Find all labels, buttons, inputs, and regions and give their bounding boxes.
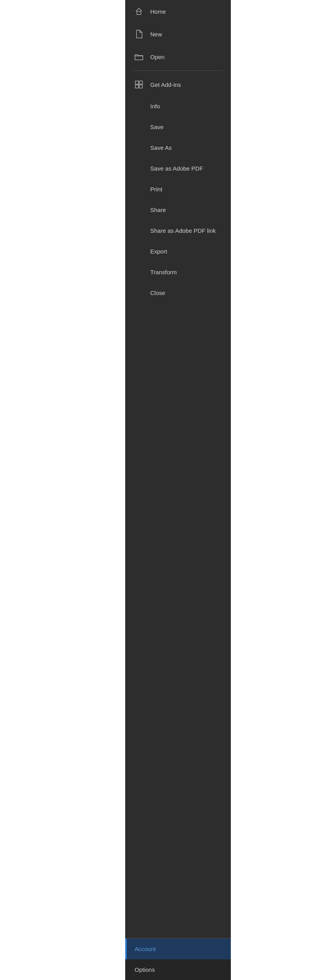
sidebar-item-label: Save (150, 124, 164, 130)
svg-rect-1 (135, 81, 139, 84)
new-icon (135, 30, 143, 38)
sidebar-item-share-pdf-link[interactable]: Share as Adobe PDF link (125, 220, 231, 241)
sidebar-item-label: Info (150, 103, 160, 110)
sidebar-item-save[interactable]: Save (125, 117, 231, 137)
svg-rect-3 (135, 85, 139, 88)
sidebar-item-label: Export (150, 248, 167, 255)
sidebar-item-export[interactable]: Export (125, 241, 231, 262)
sidebar-item-open[interactable]: Open (125, 45, 231, 68)
sidebar-item-label: Print (150, 186, 162, 192)
sidebar-item-label: Home (150, 8, 166, 15)
sidebar-item-share[interactable]: Share (125, 200, 231, 220)
sidebar-item-save-as[interactable]: Save As (125, 137, 231, 158)
sidebar-item-info[interactable]: Info (125, 96, 231, 117)
sidebar-item-account[interactable]: Account (125, 939, 231, 959)
sidebar-item-save-as-pdf[interactable]: Save as Adobe PDF (125, 158, 231, 179)
sidebar-item-label: Share as Adobe PDF link (150, 227, 216, 234)
sidebar-item-options[interactable]: Options (125, 959, 231, 980)
sidebar-item-label: Share (150, 207, 166, 213)
sidebar-item-home[interactable]: Home (125, 0, 231, 23)
home-icon (135, 7, 143, 16)
svg-rect-2 (139, 81, 142, 84)
open-icon (135, 52, 143, 61)
sidebar-item-transform[interactable]: Transform (125, 262, 231, 282)
sidebar-item-label: Open (150, 54, 165, 60)
addins-icon (135, 80, 143, 89)
svg-rect-0 (137, 11, 141, 14)
sidebar-item-label: Transform (150, 269, 177, 275)
sidebar-bottom: Account Options (125, 938, 231, 980)
sidebar-item-close[interactable]: Close (125, 282, 231, 303)
sidebar-item-print[interactable]: Print (125, 179, 231, 200)
svg-rect-4 (139, 85, 142, 88)
sidebar-item-label: New (150, 31, 162, 38)
sidebar-item-label: Save As (150, 144, 172, 151)
sidebar-item-get-add-ins[interactable]: Get Add-ins (125, 73, 231, 96)
sidebar-item-label: Get Add-ins (150, 81, 181, 88)
sidebar-item-label: Account (135, 946, 156, 952)
sidebar-item-new[interactable]: New (125, 23, 231, 45)
sidebar-item-label: Options (135, 966, 155, 973)
menu-divider (133, 70, 223, 71)
sidebar-item-label: Close (150, 290, 165, 296)
sidebar-item-label: Save as Adobe PDF (150, 165, 203, 172)
sidebar: Home New Open (125, 0, 231, 980)
sidebar-spacer (125, 303, 231, 938)
